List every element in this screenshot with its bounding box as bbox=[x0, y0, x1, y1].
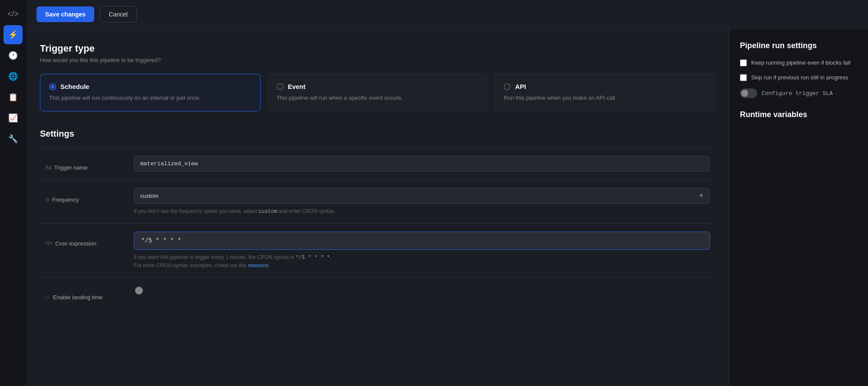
landing-time-row: ↔ Enable landing time bbox=[40, 277, 715, 308]
globe-icon: 🌐 bbox=[8, 72, 18, 81]
trigger-card-schedule[interactable]: Schedule This pipeline will run continuo… bbox=[40, 74, 261, 111]
content-area: Trigger type How would you like this pip… bbox=[26, 29, 868, 386]
trigger-card-event[interactable]: Event This pipeline will run when a spec… bbox=[267, 74, 488, 111]
main-content: Save changes Cancel Trigger type How wou… bbox=[26, 0, 868, 386]
trigger-card-api-desc: Run this pipeline when you make an API c… bbox=[504, 94, 706, 102]
radio-dot-schedule bbox=[51, 85, 54, 88]
cancel-button[interactable]: Cancel bbox=[99, 6, 137, 23]
sla-row: Configure trigger SLA bbox=[740, 88, 858, 98]
sla-toggle[interactable] bbox=[740, 88, 757, 98]
keep-running-label: Keep running pipeline even if blocks fai… bbox=[751, 59, 850, 67]
frequency-select-wrapper: custom every minute hourly daily weekly … bbox=[134, 188, 710, 204]
trigger-card-event-name: Event bbox=[288, 83, 306, 90]
radio-api bbox=[504, 83, 511, 90]
sidebar-item-globe[interactable]: 🌐 bbox=[3, 67, 23, 86]
trigger-card-schedule-desc: This pipeline will run continuously on a… bbox=[49, 94, 251, 102]
runtime-variables-title: Runtime variables bbox=[740, 110, 858, 119]
trigger-type-title: Trigger type bbox=[40, 43, 715, 54]
sla-toggle-slider bbox=[740, 88, 757, 98]
trigger-name-value-cell bbox=[129, 147, 715, 180]
trigger-icon: ⚡ bbox=[8, 30, 18, 39]
cron-label: </> Cron expression bbox=[45, 232, 123, 247]
trigger-name-input[interactable] bbox=[134, 156, 710, 172]
frequency-label: ⊙ Frequency bbox=[45, 188, 123, 203]
save-button[interactable]: Save changes bbox=[36, 7, 94, 22]
cron-input[interactable] bbox=[134, 232, 710, 250]
trigger-type-subtitle: How would you like this pipeline to be t… bbox=[40, 57, 715, 63]
sidebar-item-code[interactable]: </> bbox=[3, 4, 23, 23]
activity-icon: 📈 bbox=[8, 113, 18, 123]
center-panel: Trigger type How would you like this pip… bbox=[26, 29, 729, 386]
radio-event bbox=[277, 83, 284, 90]
keep-running-checkbox[interactable] bbox=[740, 59, 747, 66]
trigger-name-row: Aa Trigger name bbox=[40, 147, 715, 180]
trigger-cards: Schedule This pipeline will run continuo… bbox=[40, 74, 715, 111]
landing-time-value-cell bbox=[129, 277, 715, 308]
settings-icon: 🔧 bbox=[8, 134, 18, 144]
landing-time-icon: ↔ bbox=[45, 294, 50, 300]
skip-run-label: Skip run if previous run still in progre… bbox=[751, 74, 848, 82]
cron-icon: </> bbox=[45, 240, 53, 246]
sidebar-item-trigger[interactable]: ⚡ bbox=[3, 25, 23, 44]
landing-time-label-cell: ↔ Enable landing time bbox=[40, 277, 129, 308]
frequency-icon: ⊙ bbox=[45, 196, 50, 203]
cron-row: </> Cron expression If you want this pip… bbox=[40, 223, 715, 277]
frequency-value-cell: custom every minute hourly daily weekly … bbox=[129, 180, 715, 223]
trigger-card-event-desc: This pipeline will run when a specific e… bbox=[277, 94, 479, 102]
trigger-name-icon: Aa bbox=[45, 164, 52, 170]
skip-run-row: Skip run if previous run still in progre… bbox=[740, 74, 858, 82]
cron-label-cell: </> Cron expression bbox=[40, 223, 129, 277]
trigger-card-api-name: API bbox=[515, 83, 526, 90]
toolbar: Save changes Cancel bbox=[26, 0, 868, 29]
frequency-hint: If you don't see the frequency option yo… bbox=[134, 207, 710, 216]
right-panel: Pipeline run settings Keep running pipel… bbox=[729, 29, 868, 386]
history-icon: 🕐 bbox=[8, 51, 18, 60]
sidebar: </> ⚡ 🕐 🌐 📋 📈 🔧 bbox=[0, 0, 26, 386]
sidebar-item-settings[interactable]: 🔧 bbox=[3, 129, 23, 148]
skip-run-checkbox[interactable] bbox=[740, 74, 747, 81]
settings-table: Aa Trigger name ⊙ Frequency bbox=[40, 147, 715, 308]
trigger-name-label: Aa Trigger name bbox=[45, 156, 123, 171]
cron-value-cell: If you want this pipeline to trigger eve… bbox=[129, 223, 715, 277]
frequency-select[interactable]: custom every minute hourly daily weekly bbox=[134, 188, 710, 204]
cron-hint: If you want this pipeline to trigger eve… bbox=[134, 253, 710, 269]
cron-resource-link[interactable]: resource bbox=[248, 262, 268, 268]
pipeline-run-settings-title: Pipeline run settings bbox=[740, 41, 858, 50]
frequency-row: ⊙ Frequency custom every minute hourly d… bbox=[40, 180, 715, 223]
sidebar-item-history[interactable]: 🕐 bbox=[3, 46, 23, 65]
data-icon: 📋 bbox=[8, 92, 18, 102]
frequency-label-cell: ⊙ Frequency bbox=[40, 180, 129, 223]
trigger-name-label-cell: Aa Trigger name bbox=[40, 147, 129, 180]
trigger-card-api[interactable]: API Run this pipeline when you make an A… bbox=[495, 74, 715, 111]
sidebar-item-data[interactable]: 📋 bbox=[3, 88, 23, 107]
sla-label: Configure trigger SLA bbox=[762, 90, 833, 97]
settings-title: Settings bbox=[40, 129, 715, 139]
trigger-card-schedule-name: Schedule bbox=[60, 83, 89, 90]
sidebar-item-activity[interactable]: 📈 bbox=[3, 108, 23, 128]
keep-running-row: Keep running pipeline even if blocks fai… bbox=[740, 59, 858, 67]
code-icon: </> bbox=[7, 10, 19, 19]
landing-time-label: ↔ Enable landing time bbox=[45, 285, 123, 301]
radio-schedule bbox=[49, 83, 56, 90]
